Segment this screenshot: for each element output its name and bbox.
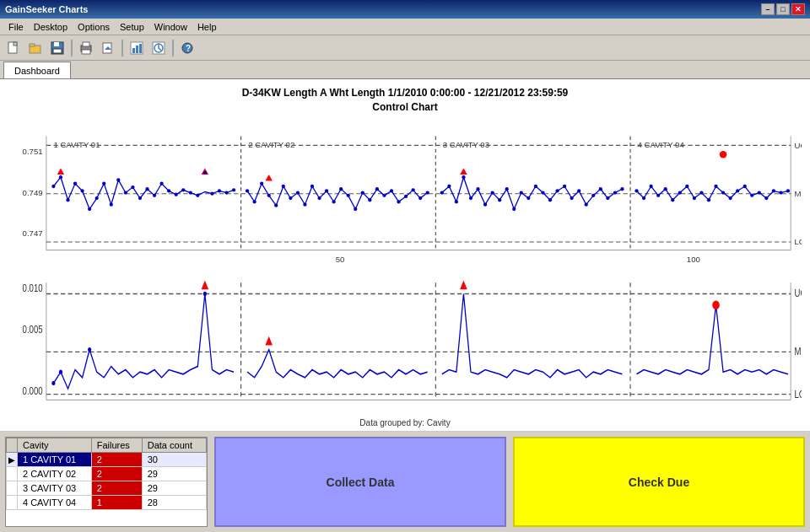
svg-point-132 [685,184,688,187]
svg-point-81 [317,196,321,199]
svg-point-66 [210,191,213,195]
bottom-chart: 0.010 0.005 0.000 [8,271,802,416]
svg-rect-15 [139,44,142,53]
svg-text:UC=0.005: UC=0.005 [794,287,802,298]
svg-point-102 [469,196,472,199]
svg-point-56 [138,196,142,199]
table-row[interactable]: 4 CAVITY 04128 [7,496,207,510]
failures-cell: 2 [91,453,142,467]
svg-text:LC=0.748: LC=0.748 [794,237,802,246]
svg-point-46 [66,198,69,202]
bottom-panel: Cavity Failures Data count ▶1 CAVITY 012… [0,431,810,532]
svg-point-93 [404,194,408,197]
menu-options[interactable]: Options [73,20,115,34]
toolbar-chart1[interactable] [127,38,147,58]
svg-point-127 [649,184,652,187]
svg-point-74 [267,193,271,196]
svg-text:2 CAVITY 02: 2 CAVITY 02 [248,139,294,148]
svg-point-141 [750,193,753,196]
toolbar-export[interactable] [98,38,118,58]
failures-cell: 2 [91,481,142,496]
svg-point-139 [736,189,739,192]
toolbar-new[interactable] [3,38,24,58]
svg-point-126 [642,196,645,199]
svg-point-90 [382,193,386,196]
svg-point-61 [175,192,178,196]
svg-point-113 [548,198,552,202]
chart-area: D-34KW Length A Wht Length 1/1/2010 0:00… [0,79,810,431]
svg-point-120 [599,187,602,191]
svg-point-49 [88,207,91,210]
svg-point-62 [181,188,185,191]
collect-data-button[interactable]: Collect Data [214,437,506,527]
tab-dashboard[interactable]: Dashboard [3,62,71,78]
menu-file[interactable]: File [3,20,29,34]
failures-cell: 1 [91,496,142,510]
menu-setup[interactable]: Setup [115,20,149,34]
svg-rect-3 [30,44,35,46]
svg-point-95 [418,196,422,199]
svg-text:0.749: 0.749 [23,187,43,196]
col-failures: Failures [91,438,142,453]
svg-point-44 [51,184,55,187]
svg-point-65 [203,170,207,174]
svg-point-114 [555,189,559,192]
toolbar-chart2[interactable] [148,38,169,58]
svg-point-64 [196,193,199,196]
table-row[interactable]: 2 CAVITY 02229 [7,467,207,481]
data-table: Cavity Failures Data count ▶1 CAVITY 012… [5,437,208,527]
svg-rect-13 [132,48,135,53]
menu-window[interactable]: Window [149,20,192,34]
svg-point-71 [246,189,249,192]
svg-point-78 [296,191,300,194]
toolbar-open[interactable] [25,38,46,58]
svg-point-122 [613,191,617,194]
svg-point-134 [699,191,703,194]
svg-point-58 [153,193,156,196]
svg-text:M=0.750: M=0.750 [794,188,802,197]
svg-point-144 [772,189,775,192]
svg-point-67 [218,189,221,192]
svg-point-86 [354,207,357,210]
svg-point-119 [591,193,595,196]
svg-text:LC=0.000: LC=0.000 [794,388,802,399]
svg-point-77 [289,196,292,199]
svg-point-166 [88,347,91,352]
check-due-button[interactable]: Check Due [513,437,805,527]
svg-point-135 [707,198,710,202]
svg-point-123 [620,187,624,191]
close-button[interactable]: ✕ [791,3,805,15]
toolbar-separator-1 [71,40,73,56]
svg-point-60 [167,189,170,192]
svg-point-136 [714,184,717,187]
svg-point-115 [563,184,566,187]
top-chart: 0.751 0.749 0.747 1 CAVITY 01 2 CAVITY 0… [8,118,802,268]
menu-bar: File Desktop Options Setup Window Help [0,19,810,35]
svg-point-59 [159,181,163,185]
svg-rect-8 [83,42,89,46]
window-title: GainSeeker Charts [5,4,761,14]
menu-desktop[interactable]: Desktop [29,20,73,34]
svg-point-53 [116,178,120,181]
svg-point-133 [693,196,696,199]
svg-text:100: 100 [687,254,700,263]
maximize-button[interactable]: □ [776,3,790,15]
table-row[interactable]: 3 CAVITY 03229 [7,481,207,496]
svg-point-83 [332,200,335,203]
svg-point-106 [498,198,501,202]
col-cavity: Cavity [18,438,92,453]
minimize-button[interactable]: – [761,3,775,15]
toolbar-help[interactable]: ? [177,38,197,58]
menu-help[interactable]: Help [192,20,222,34]
svg-point-91 [390,189,393,192]
svg-point-105 [490,191,494,194]
toolbar-save[interactable] [47,38,68,58]
toolbar-print[interactable] [76,38,96,58]
svg-point-108 [512,207,516,210]
svg-point-98 [440,191,444,194]
svg-point-124 [720,150,727,158]
table-row[interactable]: ▶1 CAVITY 01230 [7,453,207,467]
svg-point-63 [189,191,192,194]
charts-container: 0.751 0.749 0.747 1 CAVITY 01 2 CAVITY 0… [8,118,802,416]
chart-title: D-34KW Length A Wht Length 1/1/2010 0:00… [8,86,802,115]
